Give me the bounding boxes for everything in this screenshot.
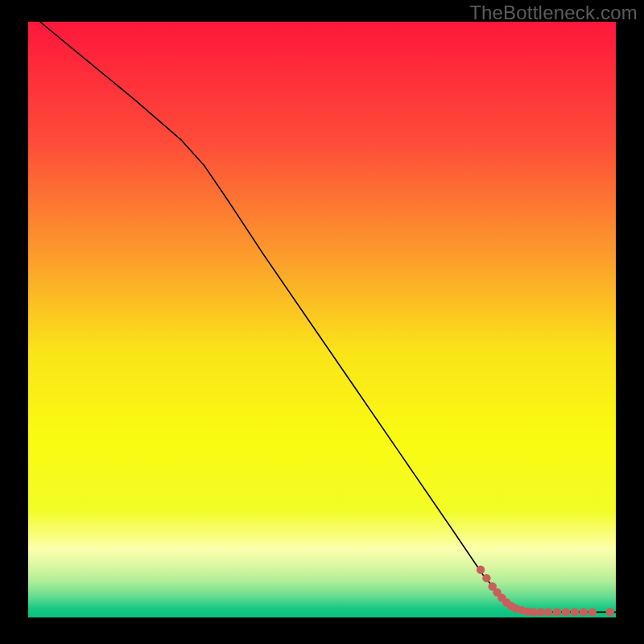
data-point (553, 608, 561, 616)
data-point (588, 608, 597, 616)
chart-svg (28, 22, 616, 617)
data-point (580, 608, 588, 616)
data-point (544, 608, 552, 616)
data-point (482, 574, 490, 582)
chart-background (28, 22, 616, 617)
watermark-text: TheBottleneck.com (469, 2, 638, 24)
data-point (477, 566, 485, 574)
chart-frame: TheBottleneck.com (0, 0, 644, 644)
data-point (606, 608, 614, 616)
data-point (571, 608, 579, 616)
data-point (562, 608, 570, 616)
plot-area (28, 22, 616, 617)
data-point (536, 608, 544, 616)
